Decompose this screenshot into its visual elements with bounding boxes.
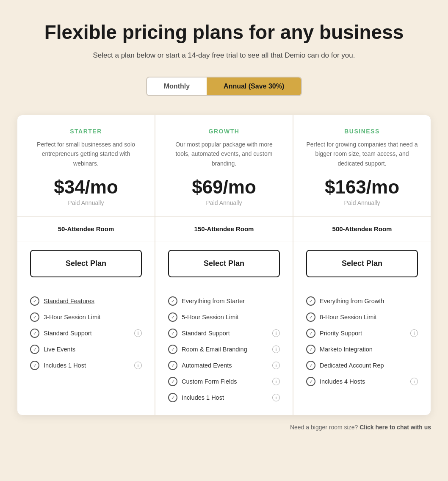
feature-item: ✓ Standard Support i [168,329,280,338]
plan-card-starter: STARTER Perfect for small businesses and… [17,115,155,415]
plan-features-starter: ✓ Standard Features ✓ 3-Hour Session Lim… [17,286,155,415]
info-icon[interactable]: i [134,362,142,369]
feature-label: Standard Support [182,330,270,337]
feature-label: Standard Support [44,330,132,337]
info-icon[interactable]: i [272,329,280,337]
plan-room-growth: 150-Attendee Room [155,217,293,241]
info-icon[interactable]: i [410,378,418,385]
plan-price-note-growth: Paid Annually [168,199,280,206]
plan-price-note-business: Paid Annually [306,199,418,206]
feature-item: ✓ Dedicated Account Rep [306,361,418,370]
feature-item: ✓ Everything from Growth [306,296,418,306]
feature-item: ✓ Automated Events i [168,361,280,370]
check-icon: ✓ [30,345,39,354]
feature-item: ✓ Marketo Integration [306,345,418,354]
feature-item: ✓ Custom Form Fields i [168,377,280,386]
feature-item: ✓ Includes 4 Hosts i [306,377,418,386]
feature-label: Priority Support [320,330,408,337]
info-icon[interactable]: i [272,378,280,385]
plan-room-starter: 50-Attendee Room [17,217,155,241]
select-plan-button-starter[interactable]: Select Plan [30,250,142,277]
feature-label: Everything from Starter [182,298,280,304]
check-icon: ✓ [168,377,177,386]
footer-text: Need a bigger room size? [290,424,358,431]
plan-room-business: 500-Attendee Room [293,217,431,241]
chat-link[interactable]: Click here to chat with us [360,424,431,431]
plan-desc-starter: Perfect for small businesses and solo en… [30,140,142,168]
plan-cta-business: Select Plan [293,241,431,286]
feature-item: ✓ Standard Features [30,296,142,306]
feature-label: Room & Email Branding [182,346,270,353]
check-icon: ✓ [306,296,315,306]
plan-price-starter: $34/mo [30,177,142,198]
info-icon[interactable]: i [272,346,280,353]
feature-label: Includes 4 Hosts [320,378,408,385]
plan-features-business: ✓ Everything from Growth ✓ 8-Hour Sessio… [293,286,431,415]
plan-cta-growth: Select Plan [155,241,293,286]
feature-label: Dedicated Account Rep [320,362,418,369]
footer-note: Need a bigger room size? Click here to c… [17,415,431,435]
plan-features-growth: ✓ Everything from Starter ✓ 5-Hour Sessi… [155,286,293,415]
check-icon: ✓ [30,361,39,370]
billing-toggle: Monthly Annual (Save 30%) [17,77,431,96]
feature-label: Everything from Growth [320,298,418,304]
plan-header-growth: GROWTH Our most popular package with mor… [155,115,293,217]
feature-label: Standard Features [44,298,142,304]
feature-label: 8-Hour Session Limit [320,314,418,321]
feature-item: ✓ 5-Hour Session Limit [168,312,280,322]
plan-desc-business: Perfect for growing companies that need … [306,140,418,168]
page-title: Flexible pricing plans for any business [17,21,431,44]
select-plan-button-business[interactable]: Select Plan [306,250,418,277]
plan-price-business: $163/mo [306,177,418,198]
feature-label: Includes 1 Host [182,394,270,401]
plan-name-starter: STARTER [30,128,142,135]
feature-item: ✓ Standard Support i [30,329,142,338]
feature-item: ✓ 8-Hour Session Limit [306,312,418,322]
feature-item: ✓ Includes 1 Host i [30,361,142,370]
plan-name-business: BUSINESS [306,128,418,135]
toggle-group: Monthly Annual (Save 30%) [146,77,302,96]
check-icon: ✓ [30,312,39,322]
plan-header-business: BUSINESS Perfect for growing companies t… [293,115,431,217]
plan-price-note-starter: Paid Annually [30,199,142,206]
check-icon: ✓ [306,329,315,338]
info-icon[interactable]: i [272,394,280,401]
check-icon: ✓ [30,296,39,306]
check-icon: ✓ [30,329,39,338]
feature-label: Marketo Integration [320,346,418,353]
feature-label: 5-Hour Session Limit [182,314,280,321]
feature-item: ✓ Live Events [30,345,142,354]
hero-section: Flexible pricing plans for any business … [17,21,431,60]
page-subtitle: Select a plan below or start a 14-day fr… [17,51,431,60]
feature-item: ✓ Room & Email Branding i [168,345,280,354]
plan-name-growth: GROWTH [168,128,280,135]
info-icon[interactable]: i [134,329,142,337]
feature-label: Automated Events [182,362,270,369]
feature-label: Live Events [44,346,142,353]
plan-card-business: BUSINESS Perfect for growing companies t… [293,115,431,415]
check-icon: ✓ [306,377,315,386]
feature-item: ✓ Everything from Starter [168,296,280,306]
check-icon: ✓ [168,393,177,402]
feature-label: 3-Hour Session Limit [44,314,142,321]
plan-header-starter: STARTER Perfect for small businesses and… [17,115,155,217]
check-icon: ✓ [168,329,177,338]
feature-item: ✓ 3-Hour Session Limit [30,312,142,322]
info-icon[interactable]: i [272,362,280,369]
plan-desc-growth: Our most popular package with more tools… [168,140,280,168]
check-icon: ✓ [168,312,177,322]
plan-cta-starter: Select Plan [17,241,155,286]
select-plan-button-growth[interactable]: Select Plan [168,250,280,277]
monthly-toggle[interactable]: Monthly [147,77,207,95]
plan-price-growth: $69/mo [168,177,280,198]
annual-toggle[interactable]: Annual (Save 30%) [207,77,301,95]
check-icon: ✓ [306,345,315,354]
check-icon: ✓ [168,296,177,306]
check-icon: ✓ [306,361,315,370]
plans-grid: STARTER Perfect for small businesses and… [17,115,431,415]
feature-label: Includes 1 Host [44,362,132,369]
feature-item: ✓ Priority Support i [306,329,418,338]
check-icon: ✓ [168,345,177,354]
info-icon[interactable]: i [410,329,418,337]
feature-item: ✓ Includes 1 Host i [168,393,280,402]
